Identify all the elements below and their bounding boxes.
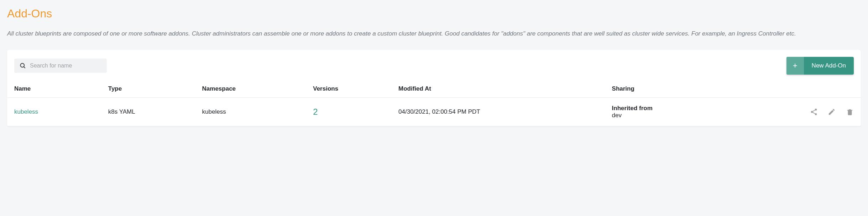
addons-card: + New Add-On Name Type Namespace Version… <box>7 50 861 126</box>
addon-namespace: kubeless <box>195 98 306 126</box>
svg-point-2 <box>815 109 817 111</box>
table-row: kubeless k8s YAML kubeless 2 04/30/2021,… <box>7 98 861 126</box>
page-title: Add-Ons <box>7 7 861 20</box>
svg-point-3 <box>811 111 813 113</box>
addon-versions[interactable]: 2 <box>313 107 318 117</box>
svg-point-4 <box>815 113 817 115</box>
new-addon-label: New Add-On <box>804 57 854 74</box>
svg-point-0 <box>20 64 24 68</box>
new-addon-button[interactable]: + New Add-On <box>786 57 854 75</box>
svg-line-1 <box>24 67 25 68</box>
share-icon[interactable] <box>810 108 818 116</box>
addon-type: k8s YAML <box>101 98 195 126</box>
col-header-versions[interactable]: Versions <box>306 80 391 98</box>
delete-icon[interactable] <box>846 108 854 116</box>
search-input[interactable] <box>30 63 102 69</box>
col-header-name[interactable]: Name <box>7 80 101 98</box>
col-header-modified[interactable]: Modified At <box>391 80 605 98</box>
card-header: + New Add-On <box>7 50 861 80</box>
sharing-secondary: dev <box>612 112 622 119</box>
col-header-sharing[interactable]: Sharing <box>605 80 759 98</box>
addons-table: Name Type Namespace Versions Modified At… <box>7 80 861 126</box>
edit-icon[interactable] <box>828 108 836 116</box>
page-description: All cluster blueprints are composed of o… <box>7 29 861 38</box>
col-header-actions <box>758 80 861 98</box>
col-header-type[interactable]: Type <box>101 80 195 98</box>
col-header-namespace[interactable]: Namespace <box>195 80 306 98</box>
search-box[interactable] <box>14 59 107 73</box>
sharing-primary: Inherited from <box>612 105 752 112</box>
plus-icon: + <box>786 57 804 75</box>
search-icon <box>19 62 26 69</box>
addon-modified-at: 04/30/2021, 02:00:54 PM PDT <box>391 98 605 126</box>
addon-name-link[interactable]: kubeless <box>14 108 38 115</box>
